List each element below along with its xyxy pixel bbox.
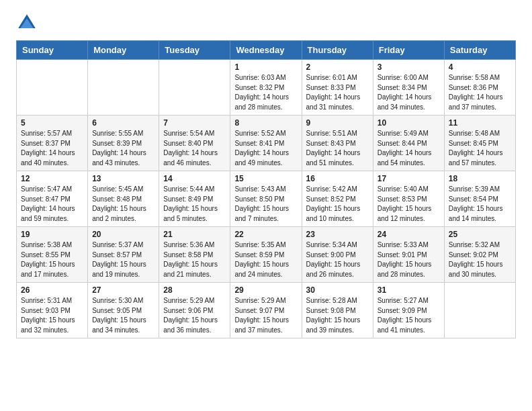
calendar-day-header: Wednesday [230, 41, 302, 60]
day-info: Sunrise: 5:47 AM Sunset: 8:47 PM Dayligh… [21, 185, 83, 224]
calendar-day-cell: 9Sunrise: 5:51 AM Sunset: 8:43 PM Daylig… [302, 116, 373, 171]
day-number: 22 [234, 230, 297, 239]
day-info: Sunrise: 5:55 AM Sunset: 8:39 PM Dayligh… [92, 129, 154, 168]
day-info: Sunrise: 5:31 AM Sunset: 9:03 PM Dayligh… [21, 296, 83, 335]
day-info: Sunrise: 5:33 AM Sunset: 9:01 PM Dayligh… [378, 240, 440, 279]
day-info: Sunrise: 5:48 AM Sunset: 8:45 PM Dayligh… [449, 129, 511, 168]
calendar-week-row: 26Sunrise: 5:31 AM Sunset: 9:03 PM Dayli… [17, 283, 516, 338]
day-number: 6 [92, 118, 154, 128]
calendar-day-cell: 4Sunrise: 5:58 AM Sunset: 8:36 PM Daylig… [444, 60, 515, 116]
calendar-day-header: Sunday [17, 41, 88, 60]
calendar-day-cell: 17Sunrise: 5:40 AM Sunset: 8:53 PM Dayli… [373, 171, 444, 227]
day-number: 19 [21, 230, 83, 239]
day-number: 15 [234, 174, 297, 183]
day-info: Sunrise: 5:30 AM Sunset: 9:05 PM Dayligh… [92, 296, 154, 335]
day-number: 28 [163, 285, 226, 295]
day-number: 26 [21, 285, 83, 295]
day-info: Sunrise: 5:27 AM Sunset: 9:09 PM Dayligh… [378, 296, 440, 335]
calendar-day-cell: 20Sunrise: 5:37 AM Sunset: 8:57 PM Dayli… [88, 227, 159, 283]
day-number: 31 [378, 285, 440, 295]
day-number: 1 [234, 62, 297, 72]
logo-icon [16, 12, 38, 34]
day-number: 20 [92, 230, 154, 239]
calendar-container: SundayMondayTuesdayWednesdayThursdayFrid… [0, 40, 532, 347]
day-info: Sunrise: 6:00 AM Sunset: 8:34 PM Dayligh… [378, 73, 440, 112]
calendar-day-cell: 2Sunrise: 6:01 AM Sunset: 8:33 PM Daylig… [302, 60, 373, 116]
day-info: Sunrise: 5:51 AM Sunset: 8:43 PM Dayligh… [306, 129, 369, 168]
calendar-day-cell: 12Sunrise: 5:47 AM Sunset: 8:47 PM Dayli… [17, 171, 88, 227]
day-number: 21 [163, 230, 226, 239]
calendar-week-row: 1Sunrise: 6:03 AM Sunset: 8:32 PM Daylig… [17, 60, 516, 116]
day-number: 11 [449, 118, 511, 128]
day-info: Sunrise: 5:29 AM Sunset: 9:06 PM Dayligh… [163, 296, 226, 335]
day-info: Sunrise: 5:40 AM Sunset: 8:53 PM Dayligh… [378, 185, 440, 224]
day-number: 9 [306, 118, 369, 128]
calendar-day-cell: 19Sunrise: 5:38 AM Sunset: 8:55 PM Dayli… [17, 227, 88, 283]
calendar-day-header: Thursday [302, 41, 373, 60]
calendar-day-cell: 25Sunrise: 5:32 AM Sunset: 9:02 PM Dayli… [444, 227, 515, 283]
day-info: Sunrise: 5:34 AM Sunset: 9:00 PM Dayligh… [306, 240, 369, 279]
day-number: 4 [449, 62, 511, 72]
day-info: Sunrise: 5:36 AM Sunset: 8:58 PM Dayligh… [163, 240, 226, 279]
calendar-day-cell: 21Sunrise: 5:36 AM Sunset: 8:58 PM Dayli… [159, 227, 230, 283]
calendar-day-cell: 28Sunrise: 5:29 AM Sunset: 9:06 PM Dayli… [159, 283, 230, 338]
day-info: Sunrise: 5:28 AM Sunset: 9:08 PM Dayligh… [306, 296, 369, 335]
calendar-day-cell: 24Sunrise: 5:33 AM Sunset: 9:01 PM Dayli… [373, 227, 444, 283]
calendar-day-cell: 29Sunrise: 5:29 AM Sunset: 9:07 PM Dayli… [230, 283, 302, 338]
day-number: 2 [306, 62, 369, 72]
day-number: 18 [449, 174, 511, 183]
calendar-day-cell [17, 60, 88, 116]
day-number: 16 [306, 174, 369, 183]
day-info: Sunrise: 5:38 AM Sunset: 8:55 PM Dayligh… [21, 240, 83, 279]
day-info: Sunrise: 5:32 AM Sunset: 9:02 PM Dayligh… [449, 240, 511, 279]
calendar-day-cell: 8Sunrise: 5:52 AM Sunset: 8:41 PM Daylig… [230, 116, 302, 171]
day-info: Sunrise: 6:01 AM Sunset: 8:33 PM Dayligh… [306, 73, 369, 112]
calendar-table: SundayMondayTuesdayWednesdayThursdayFrid… [16, 40, 516, 338]
day-number: 13 [92, 174, 154, 183]
calendar-day-header: Tuesday [159, 41, 230, 60]
day-info: Sunrise: 5:39 AM Sunset: 8:54 PM Dayligh… [449, 185, 511, 224]
day-info: Sunrise: 5:44 AM Sunset: 8:49 PM Dayligh… [163, 185, 226, 224]
day-number: 24 [378, 230, 440, 239]
day-info: Sunrise: 5:58 AM Sunset: 8:36 PM Dayligh… [449, 73, 511, 112]
calendar-day-cell [444, 283, 515, 338]
day-number: 8 [234, 118, 297, 128]
day-info: Sunrise: 5:45 AM Sunset: 8:48 PM Dayligh… [92, 185, 154, 224]
calendar-day-cell: 11Sunrise: 5:48 AM Sunset: 8:45 PM Dayli… [444, 116, 515, 171]
day-number: 17 [378, 174, 440, 183]
day-number: 29 [234, 285, 297, 295]
calendar-day-cell: 10Sunrise: 5:49 AM Sunset: 8:44 PM Dayli… [373, 116, 444, 171]
day-number: 7 [163, 118, 226, 128]
calendar-day-cell: 13Sunrise: 5:45 AM Sunset: 8:48 PM Dayli… [88, 171, 159, 227]
calendar-day-cell: 31Sunrise: 5:27 AM Sunset: 9:09 PM Dayli… [373, 283, 444, 338]
day-number: 14 [163, 174, 226, 183]
calendar-week-row: 19Sunrise: 5:38 AM Sunset: 8:55 PM Dayli… [17, 227, 516, 283]
calendar-day-cell: 27Sunrise: 5:30 AM Sunset: 9:05 PM Dayli… [88, 283, 159, 338]
day-number: 5 [21, 118, 83, 128]
calendar-day-cell: 15Sunrise: 5:43 AM Sunset: 8:50 PM Dayli… [230, 171, 302, 227]
day-number: 25 [449, 230, 511, 239]
day-info: Sunrise: 5:35 AM Sunset: 8:59 PM Dayligh… [234, 240, 297, 279]
calendar-day-header: Saturday [444, 41, 515, 60]
calendar-day-cell: 18Sunrise: 5:39 AM Sunset: 8:54 PM Dayli… [444, 171, 515, 227]
day-number: 10 [378, 118, 440, 128]
calendar-day-cell [159, 60, 230, 116]
day-info: Sunrise: 5:37 AM Sunset: 8:57 PM Dayligh… [92, 240, 154, 279]
calendar-day-cell: 3Sunrise: 6:00 AM Sunset: 8:34 PM Daylig… [373, 60, 444, 116]
day-number: 12 [21, 174, 83, 183]
calendar-day-cell: 5Sunrise: 5:57 AM Sunset: 8:37 PM Daylig… [17, 116, 88, 171]
calendar-day-cell: 16Sunrise: 5:42 AM Sunset: 8:52 PM Dayli… [302, 171, 373, 227]
day-number: 23 [306, 230, 369, 239]
calendar-day-cell: 26Sunrise: 5:31 AM Sunset: 9:03 PM Dayli… [17, 283, 88, 338]
calendar-week-row: 5Sunrise: 5:57 AM Sunset: 8:37 PM Daylig… [17, 116, 516, 171]
day-info: Sunrise: 6:03 AM Sunset: 8:32 PM Dayligh… [234, 73, 297, 112]
calendar-day-cell: 23Sunrise: 5:34 AM Sunset: 9:00 PM Dayli… [302, 227, 373, 283]
day-info: Sunrise: 5:42 AM Sunset: 8:52 PM Dayligh… [306, 185, 369, 224]
calendar-day-cell: 1Sunrise: 6:03 AM Sunset: 8:32 PM Daylig… [230, 60, 302, 116]
calendar-day-cell [88, 60, 159, 116]
calendar-day-header: Monday [88, 41, 159, 60]
calendar-week-row: 12Sunrise: 5:47 AM Sunset: 8:47 PM Dayli… [17, 171, 516, 227]
page-header [0, 0, 532, 40]
calendar-day-cell: 7Sunrise: 5:54 AM Sunset: 8:40 PM Daylig… [159, 116, 230, 171]
day-number: 3 [378, 62, 440, 72]
